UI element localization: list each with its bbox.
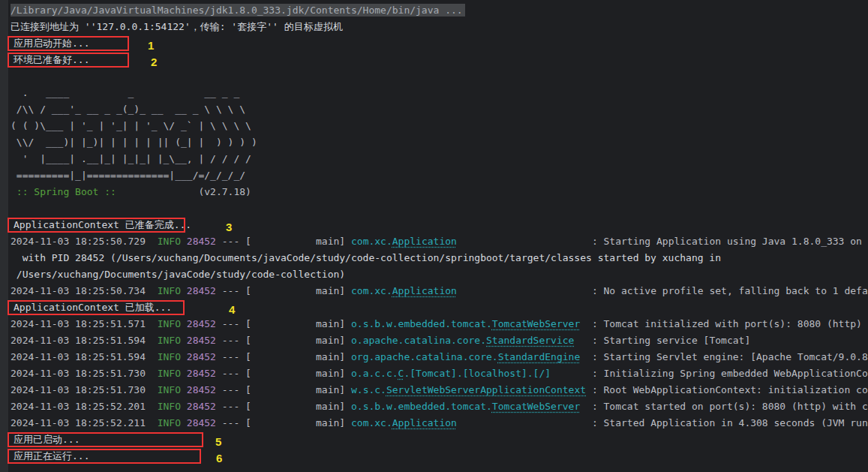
log-message: Tomcat started on port(s): 8080 (http) w… xyxy=(604,401,868,412)
banner-art-text: /\\ / ___'_ __ _ _(_)_ __ __ _ \ \ \ \ xyxy=(11,104,245,115)
console-row-cmd: /Library/Java/JavaVirtualMachines/jdk1.8… xyxy=(0,2,868,19)
log-pid: 28452 xyxy=(181,417,216,428)
lifecycle-log-text: 应用已启动... xyxy=(14,431,80,448)
log-level: INFO xyxy=(146,384,181,395)
console-rows: /Library/Java/JavaVirtualMachines/jdk1.8… xyxy=(0,2,868,464)
log-timestamp: 2024-11-03 18:25:52.201 xyxy=(11,401,146,412)
logger-padding: : xyxy=(580,351,603,362)
annotated-lifecycle-row: 应用已启动...5 xyxy=(0,431,868,448)
log-message: Initializing Spring embedded WebApplicat… xyxy=(604,368,868,379)
logger-padding: : xyxy=(457,236,604,247)
log-level: INFO xyxy=(146,318,181,329)
log-row: 2024-11-03 18:25:50.729 INFO 28452 --- [… xyxy=(0,233,868,250)
log-separator: --- [ xyxy=(216,318,251,329)
spring-banner-row: =========|_|==============|___/=/_/_/_/ xyxy=(0,167,868,184)
lifecycle-log-text: ApplicationContext 已准备完成... xyxy=(14,217,191,233)
logger-class-link[interactable]: TomcatWebServer xyxy=(492,318,580,329)
log-level: INFO xyxy=(146,236,181,247)
log-message: No active profile set, falling back to 1… xyxy=(604,285,868,296)
log-timestamp: 2024-11-03 18:25:51.730 xyxy=(11,384,146,395)
logger-suffix: .[Tomcat].[localhost].[/] xyxy=(404,368,551,379)
log-pid: 28452 xyxy=(181,384,216,395)
lifecycle-log-text: 应用正在运行... xyxy=(14,448,89,464)
log-pid: 28452 xyxy=(181,368,216,379)
annotated-lifecycle-row: 环境已准备好...2 xyxy=(0,52,868,68)
annotation-number: 3 xyxy=(226,219,232,233)
log-thread: main] xyxy=(251,285,351,296)
log-row: 2024-11-03 18:25:51.594 INFO 28452 --- [… xyxy=(0,332,868,349)
annotated-lifecycle-row: ApplicationContext 已准备完成...3 xyxy=(0,217,868,233)
log-level: INFO xyxy=(146,351,181,362)
banner-art-text: . ____ _ __ _ _ xyxy=(11,87,239,98)
banner-art-text: \\/ ___)| |_)| | | | | || (_| | ) ) ) ) xyxy=(11,137,257,148)
logger-class-link[interactable]: StandardEngine xyxy=(498,351,581,362)
log-pid: 28452 xyxy=(181,285,216,296)
logger-class-link[interactable]: StandardService xyxy=(486,335,574,346)
logger-class-link[interactable]: TomcatWebServer xyxy=(492,401,580,412)
logger-padding: : xyxy=(551,368,603,379)
log-row: 2024-11-03 18:25:51.730 INFO 28452 --- [… xyxy=(0,365,868,382)
logger-class-link[interactable]: Application xyxy=(392,236,457,247)
log-timestamp: 2024-11-03 18:25:50.729 xyxy=(11,236,146,247)
lifecycle-log-text: ApplicationContext 已加载... xyxy=(14,299,172,316)
log-separator: --- [ xyxy=(216,417,251,428)
spring-banner-row: ( ( )\___ | '_ | '_| | '_ \/ _` | \ \ \ … xyxy=(0,118,868,134)
annotation-number: 2 xyxy=(151,54,157,68)
log-separator: --- [ xyxy=(216,368,251,379)
logger-padding: : xyxy=(580,401,603,412)
spring-boot-label: :: Spring Boot :: xyxy=(11,186,116,197)
annotation-number: 4 xyxy=(229,302,235,316)
log-thread: main] xyxy=(251,318,351,329)
log-row: 2024-11-03 18:25:51.571 INFO 28452 --- [… xyxy=(0,316,868,332)
log-timestamp: 2024-11-03 18:25:51.594 xyxy=(11,335,146,346)
banner-gap xyxy=(116,186,199,197)
log-separator: --- [ xyxy=(216,401,251,412)
logger-prefix: o.apache.catalina.core. xyxy=(351,335,486,346)
logger-prefix: com.xc. xyxy=(351,285,392,296)
logger-padding: : xyxy=(457,285,604,296)
console-text: /Users/xuchang/Documents/javaCode/study/… xyxy=(11,269,345,280)
log-message: Tomcat initialized with port(s): 8080 (h… xyxy=(604,318,862,329)
log-level: INFO xyxy=(146,417,181,428)
log-row: 2024-11-03 18:25:50.734 INFO 28452 --- [… xyxy=(0,283,868,299)
log-level: INFO xyxy=(146,285,181,296)
logger-class-link[interactable]: Application xyxy=(392,417,457,428)
log-row: 2024-11-03 18:25:52.201 INFO 28452 --- [… xyxy=(0,398,868,415)
log-pid: 28452 xyxy=(181,351,216,362)
log-thread: main] xyxy=(251,401,351,412)
log-pid: 28452 xyxy=(181,401,216,412)
log-message: Started Application in 4.308 seconds (JV… xyxy=(604,417,868,428)
logger-class-link[interactable]: ServletWebServerApplicationContext xyxy=(386,384,586,395)
logger-prefix: com.xc. xyxy=(351,417,392,428)
highlight-box: ApplicationContext 已准备完成... xyxy=(8,218,185,233)
console-row-blank xyxy=(0,68,868,85)
log-timestamp: 2024-11-03 18:25:52.211 xyxy=(11,417,146,428)
log-timestamp: 2024-11-03 18:25:51.571 xyxy=(11,318,146,329)
console-row-blank xyxy=(0,200,868,217)
log-thread: main] xyxy=(251,417,351,428)
console-output[interactable]: /Library/Java/JavaVirtualMachines/jdk1.8… xyxy=(0,0,868,472)
annotation-number: 6 xyxy=(216,450,222,464)
highlight-box: 环境已准备好... xyxy=(8,53,129,68)
banner-art-text: ( ( )\___ | '_ | '_| | '_ \/ _` | \ \ \ … xyxy=(11,120,251,131)
spring-banner-row: . ____ _ __ _ _ xyxy=(0,85,868,101)
log-message: Starting service [Tomcat] xyxy=(604,335,751,346)
spring-banner-row: \\/ ___)| |_)| | | | | || (_| | ) ) ) ) xyxy=(0,134,868,151)
annotated-lifecycle-row: 应用正在运行...6 xyxy=(0,448,868,464)
log-separator: --- [ xyxy=(216,351,251,362)
spring-banner-row: /\\ / ___'_ __ _ _(_)_ __ __ _ \ \ \ \ xyxy=(0,101,868,118)
logger-prefix: o.s.b.w.embedded.tomcat. xyxy=(351,318,492,329)
log-separator: --- [ xyxy=(216,335,251,346)
log-separator: --- [ xyxy=(216,384,251,395)
highlight-box: 应用已启动... xyxy=(8,432,203,447)
logger-class-link[interactable]: Application xyxy=(392,285,457,296)
log-message: Root WebApplicationContext: initializati… xyxy=(604,384,868,395)
log-level: INFO xyxy=(146,368,181,379)
annotation-number: 1 xyxy=(148,38,154,52)
console-row: with PID 28452 (/Users/xuchang/Documents… xyxy=(0,250,868,266)
logger-prefix: org.apache.catalina.core. xyxy=(351,351,498,362)
annotated-lifecycle-row: ApplicationContext 已加载...4 xyxy=(0,299,868,316)
log-row: 2024-11-03 18:25:52.211 INFO 28452 --- [… xyxy=(0,415,868,431)
log-level: INFO xyxy=(146,335,181,346)
banner-art-text: ' |____| .__|_| |_|_| |_\__, | / / / / xyxy=(11,153,251,164)
